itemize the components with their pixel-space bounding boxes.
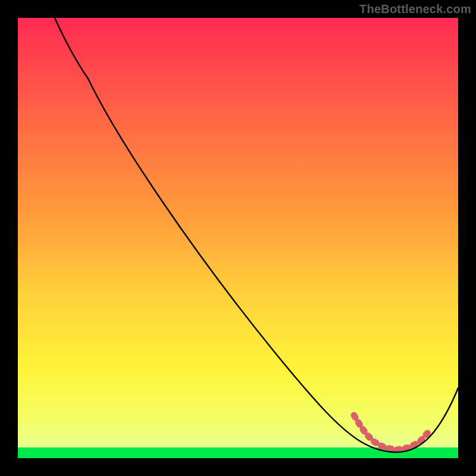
plot-area — [18, 18, 458, 458]
watermark-label: TheBottleneck.com — [359, 2, 471, 16]
gradient-background — [18, 18, 458, 447]
chart-frame: TheBottleneck.com — [0, 0, 476, 476]
chart-svg — [18, 18, 458, 458]
